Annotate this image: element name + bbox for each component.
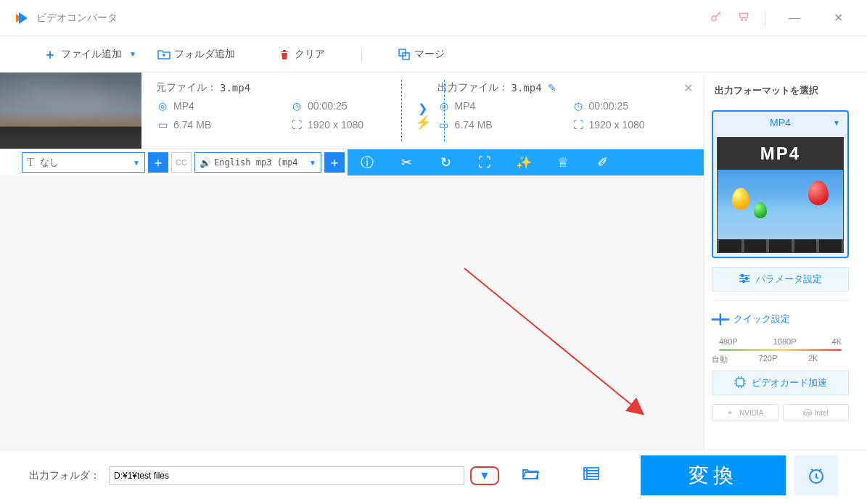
out-format: MP4	[455, 100, 476, 112]
source-label: 元ファイル：	[156, 81, 217, 94]
clear-label: クリア	[295, 48, 325, 61]
chip-icon	[734, 376, 746, 390]
subtitle-t-icon: T	[27, 156, 34, 169]
audio-dropdown[interactable]: 🔊 English mp3 (mp4 ▼	[194, 152, 321, 173]
folder-plus-icon	[158, 49, 170, 60]
source-filename: 3.mp4	[220, 82, 250, 94]
remove-file-button[interactable]: ✕	[683, 81, 693, 95]
output-folder-label: 出力フォルダ：	[29, 469, 100, 482]
output-path-dropdown[interactable]: ▼	[470, 466, 499, 485]
out-duration: 00:00:25	[589, 100, 629, 112]
bottom-bar: 出力フォルダ： D:¥1¥test files ▼ 変換	[0, 450, 867, 500]
resolution-slider[interactable]: 480P 1080P 4K 自動 720P 2K	[712, 337, 849, 362]
open-folder-icon[interactable]	[522, 467, 538, 484]
format-icon: ◎	[156, 100, 169, 112]
add-audio-button[interactable]: ＋	[324, 152, 345, 173]
mp4-label: MP4	[718, 138, 843, 170]
merge-label: マージ	[414, 48, 445, 61]
chevron-down-icon[interactable]: ▼	[129, 50, 136, 58]
svg-point-0	[712, 16, 716, 20]
task-list-icon[interactable]	[583, 467, 599, 484]
svg-line-3	[464, 268, 642, 413]
video-thumbnail[interactable]	[0, 73, 141, 149]
sliders-icon	[739, 273, 750, 286]
add-file-label: ファイル追加	[61, 48, 122, 61]
src-duration: 00:00:25	[308, 100, 348, 112]
audio-value: English mp3 (mp4	[214, 157, 298, 168]
convert-button[interactable]: 変換	[641, 455, 786, 495]
param-label: パラメータ設定	[756, 273, 822, 286]
plus-square-icon: ━╋━	[712, 314, 729, 325]
svg-rect-7	[736, 379, 744, 386]
subtitle-dropdown[interactable]: T なし ▼	[22, 152, 145, 173]
resolution-icon: ⛶	[290, 119, 303, 131]
title-bar: ビデオコンバータ — ✕	[0, 0, 867, 36]
output-info: 出力ファイル： 3.mp4 ✎ ◎MP4 ◷00:00:25 ▭6.74 MB …	[423, 73, 704, 149]
schedule-button[interactable]	[794, 455, 838, 495]
gpu-accel-button[interactable]: ビデオカード加速	[712, 371, 849, 395]
clear-button[interactable]: クリア	[279, 48, 325, 61]
add-folder-label: フォルダ追加	[174, 48, 235, 61]
edit-toolbar: T なし ▼ ＋ CC 🔊 English mp3 (mp4 ▼ ＋ ⓘ ✂ ↻…	[0, 149, 704, 175]
rotate-icon[interactable]: ↻	[437, 154, 454, 170]
svg-point-5	[746, 277, 748, 279]
quick-settings-title: ━╋━ クイック設定	[712, 310, 849, 329]
sidebar-title: 出力フォーマットを選択	[712, 80, 849, 102]
key-icon[interactable]	[710, 10, 723, 26]
src-size: 6.74 MB	[173, 119, 211, 131]
intel-chip: intel Intel	[783, 404, 850, 421]
subtitle-edit-icon[interactable]: ✐	[593, 154, 611, 170]
src-format: MP4	[173, 100, 194, 112]
merge-icon	[398, 49, 410, 60]
divider	[361, 47, 362, 62]
crop-icon[interactable]: ⛶	[476, 155, 493, 170]
sidebar: 出力フォーマットを選択 MP4 ▼ MP4 パラメータ設定 ━╋━ クイック設定	[704, 73, 856, 450]
format-preview: MP4	[717, 137, 844, 253]
trash-icon	[279, 49, 290, 60]
video-edit-toolbar: ⓘ ✂ ↻ ⛶ ✨ ♕ ✐	[348, 149, 704, 175]
resolution-icon: ⛶	[572, 119, 585, 131]
watermark-icon[interactable]: ♕	[554, 154, 572, 170]
add-subtitle-button[interactable]: ＋	[148, 152, 168, 173]
divider	[765, 11, 765, 25]
svg-point-4	[741, 274, 744, 276]
source-info: 元ファイル： 3.mp4 ◎MP4 ◷00:00:25 ▭6.74 MB ⛶19…	[141, 73, 423, 149]
clock-icon: ◷	[572, 100, 585, 112]
main-toolbar: ＋ ファイル追加 ▼ フォルダ追加 クリア マージ	[0, 36, 867, 73]
out-res: 1920 x 1080	[589, 119, 645, 131]
output-format-card[interactable]: MP4 ▼ MP4	[712, 110, 849, 258]
folder-icon: ▭	[437, 119, 451, 131]
app-logo-icon	[15, 11, 29, 25]
chevron-down-icon[interactable]: ▼	[833, 119, 840, 127]
output-label: 出力ファイル：	[437, 81, 509, 94]
minimize-button[interactable]: —	[780, 12, 809, 25]
chevron-down-icon: ▼	[309, 159, 316, 167]
clock-icon: ◷	[290, 100, 303, 112]
speaker-icon: 🔊	[200, 157, 211, 168]
output-path-input[interactable]: D:¥1¥test files	[109, 466, 464, 485]
folder-icon: ▭	[156, 119, 169, 131]
cc-button[interactable]: CC	[171, 152, 192, 173]
subtitle-value: なし	[40, 156, 59, 169]
plus-icon: ＋	[44, 46, 57, 63]
file-item[interactable]: 元ファイル： 3.mp4 ◎MP4 ◷00:00:25 ▭6.74 MB ⛶19…	[0, 73, 704, 149]
parameter-settings-button[interactable]: パラメータ設定	[712, 267, 849, 292]
file-list-area	[0, 175, 704, 450]
format-name: MP4	[770, 117, 791, 128]
svg-point-6	[743, 280, 745, 282]
merge-button[interactable]: マージ	[398, 48, 445, 61]
cart-icon[interactable]	[737, 10, 750, 26]
close-button[interactable]: ✕	[823, 11, 852, 25]
nvidia-chip: NVIDIA	[712, 404, 778, 421]
edit-icon[interactable]: ✎	[548, 82, 556, 94]
out-size: 6.74 MB	[455, 119, 493, 131]
info-icon[interactable]: ⓘ	[358, 154, 376, 171]
src-res: 1920 x 1080	[308, 119, 363, 131]
add-file-button[interactable]: ＋ ファイル追加 ▼	[44, 46, 136, 63]
cut-icon[interactable]: ✂	[398, 154, 415, 170]
add-folder-button[interactable]: フォルダ追加	[158, 48, 235, 61]
chevron-down-icon: ▼	[133, 159, 140, 167]
annotation-arrow-icon	[457, 261, 660, 428]
effects-icon[interactable]: ✨	[515, 154, 533, 170]
format-icon: ◎	[437, 100, 451, 112]
